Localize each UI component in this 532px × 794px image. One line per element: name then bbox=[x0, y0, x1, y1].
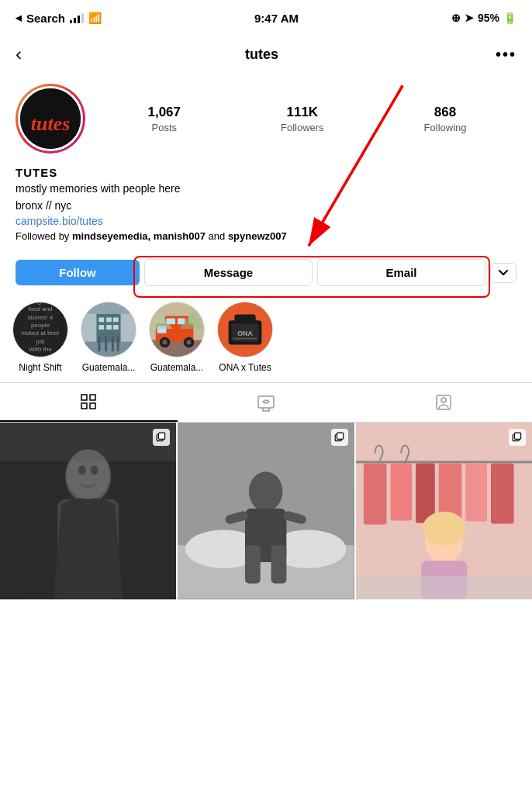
highlight-night-shift[interactable]: life or stop.also alwaysto work on thisc… bbox=[12, 302, 68, 373]
followed-by-prefix: Followed by bbox=[16, 230, 72, 242]
following-stat[interactable]: 868 Following bbox=[424, 105, 467, 133]
svg-rect-36 bbox=[233, 338, 257, 340]
posts-stat[interactable]: 1,067 Posts bbox=[147, 105, 181, 133]
photo-cell-1[interactable] bbox=[0, 423, 176, 599]
person-icon bbox=[434, 393, 453, 412]
profile-display-name: TUTES bbox=[16, 166, 516, 179]
building-svg bbox=[81, 302, 136, 357]
bio-line-2: bronx // nyc bbox=[16, 198, 516, 214]
following-count: 868 bbox=[434, 105, 456, 120]
signal-icon bbox=[70, 12, 84, 23]
svg-point-26 bbox=[163, 340, 168, 345]
follow-button[interactable]: Follow bbox=[16, 260, 140, 285]
svg-rect-13 bbox=[113, 318, 119, 323]
photo-2-svg bbox=[178, 423, 354, 599]
highlight-night-shift-circle: life or stop.also alwaysto work on thisc… bbox=[12, 302, 68, 357]
direction-icon: ➤ bbox=[465, 12, 474, 24]
svg-text:tutes: tutes bbox=[31, 112, 71, 135]
nav-bar: ‹ tutes ••• bbox=[0, 34, 532, 74]
followers-count: 111K bbox=[286, 105, 318, 120]
action-buttons: Follow Message Email bbox=[0, 253, 532, 295]
more-options-button[interactable]: ••• bbox=[496, 46, 516, 64]
tab-grid[interactable] bbox=[0, 383, 178, 422]
multi-photo-icon-2 bbox=[334, 432, 345, 443]
highlight-guatemala-2-label: Guatemala... bbox=[150, 362, 204, 373]
tab-tagged[interactable] bbox=[354, 383, 532, 422]
highlight-guatemala-1[interactable]: Guatemala... bbox=[81, 302, 136, 373]
svg-rect-53 bbox=[159, 433, 165, 440]
svg-point-58 bbox=[249, 472, 282, 512]
status-time: 9:47 AM bbox=[254, 12, 299, 25]
svg-rect-60 bbox=[245, 546, 261, 584]
svg-point-50 bbox=[91, 466, 98, 475]
battery-percent: 95% bbox=[478, 12, 499, 24]
followed-by-users: mindseyemedia, manish007 bbox=[72, 230, 206, 242]
svg-rect-16 bbox=[113, 326, 119, 330]
back-button[interactable]: ‹ bbox=[16, 40, 28, 68]
bio-link[interactable]: campsite.bio/tutes bbox=[16, 215, 516, 227]
svg-rect-70 bbox=[416, 464, 435, 523]
highlight-guatemala-1-circle bbox=[81, 302, 136, 357]
highlight-guatemala-2-circle bbox=[149, 302, 205, 357]
svg-rect-79 bbox=[514, 433, 520, 440]
dropdown-button[interactable] bbox=[490, 263, 516, 283]
photo-3-badge bbox=[509, 429, 526, 446]
svg-rect-39 bbox=[81, 403, 87, 409]
svg-point-44 bbox=[441, 398, 446, 402]
stats-row: 1,067 Posts 111K Followers 868 Following bbox=[98, 105, 516, 133]
svg-rect-67 bbox=[356, 461, 532, 464]
svg-rect-34 bbox=[234, 315, 255, 323]
location-icon: ⊕ bbox=[451, 12, 461, 24]
tab-reels[interactable] bbox=[178, 383, 355, 422]
svg-point-28 bbox=[187, 340, 192, 345]
highlight-guatemala-2[interactable]: Guatemala... bbox=[149, 302, 205, 373]
highlights-row: life or stop.also alwaysto work on thisc… bbox=[0, 295, 532, 382]
status-bar: ◂ Search 📶 9:47 AM ⊕ ➤ 95% 🔋 bbox=[0, 0, 532, 34]
posts-count: 1,067 bbox=[147, 105, 181, 120]
van-svg bbox=[150, 302, 204, 357]
avatar-ring: tutes bbox=[16, 84, 85, 154]
photo-cell-3[interactable] bbox=[356, 423, 532, 599]
highlight-night-shift-label: Night Shift bbox=[19, 362, 61, 373]
battery-icon: 🔋 bbox=[503, 12, 516, 24]
photo-1-badge bbox=[153, 429, 170, 446]
svg-rect-10 bbox=[117, 337, 119, 351]
photo-2-badge bbox=[331, 429, 348, 446]
bio-followed-by: Followed by mindseyemedia, manish007 and… bbox=[16, 230, 516, 243]
posts-label: Posts bbox=[152, 122, 178, 133]
svg-rect-5 bbox=[81, 342, 136, 357]
svg-rect-40 bbox=[90, 403, 95, 409]
svg-rect-72 bbox=[465, 464, 487, 522]
highlight-guatemala-1-label: Guatemala... bbox=[82, 362, 136, 373]
multi-photo-icon bbox=[156, 432, 167, 443]
svg-rect-19 bbox=[150, 340, 204, 357]
highlight-ona-circle: ONA bbox=[217, 302, 273, 357]
email-button[interactable]: Email bbox=[317, 259, 485, 286]
photo-3-svg bbox=[356, 423, 532, 599]
message-button[interactable]: Message bbox=[144, 259, 313, 286]
bio-line-1: mostly memories with people here bbox=[16, 181, 516, 197]
svg-rect-11 bbox=[98, 318, 104, 323]
following-label: Following bbox=[424, 122, 467, 133]
annotation-wrapper: tutes 1,067 Posts 111K Followers 868 Fol… bbox=[0, 74, 532, 295]
svg-point-49 bbox=[78, 466, 86, 475]
status-right: ⊕ ➤ 95% 🔋 bbox=[451, 12, 516, 24]
svg-rect-15 bbox=[106, 326, 112, 330]
profile-header: tutes 1,067 Posts 111K Followers 868 Fol… bbox=[0, 74, 532, 163]
profile-nav-title: tutes bbox=[245, 47, 278, 63]
ona-svg: ONA bbox=[218, 302, 272, 357]
photo-cell-2[interactable] bbox=[178, 423, 354, 599]
avatar-container: tutes bbox=[16, 84, 85, 154]
svg-rect-77 bbox=[356, 576, 532, 599]
svg-rect-69 bbox=[390, 464, 412, 521]
followers-stat[interactable]: 111K Followers bbox=[281, 105, 324, 133]
svg-rect-8 bbox=[105, 337, 107, 351]
highlight-ona[interactable]: ONA ONA x Tutes bbox=[217, 302, 273, 373]
bio-section: TUTES mostly memories with people here b… bbox=[0, 163, 532, 253]
svg-rect-7 bbox=[98, 337, 100, 351]
followers-label: Followers bbox=[281, 122, 324, 133]
back-arrow-status: ◂ bbox=[16, 11, 22, 25]
photo-1-svg bbox=[0, 423, 176, 599]
svg-text:ONA: ONA bbox=[237, 330, 253, 337]
svg-rect-73 bbox=[491, 464, 514, 524]
